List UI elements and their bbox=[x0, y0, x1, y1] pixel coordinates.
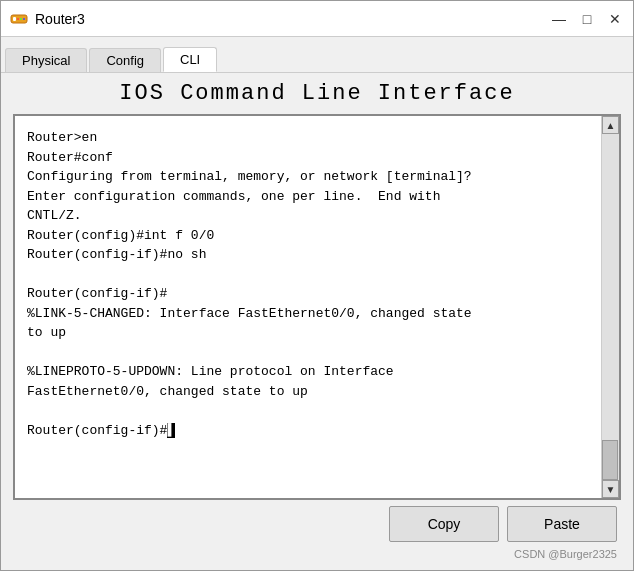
cli-scrollbar: ▲ ▼ bbox=[601, 116, 619, 498]
scrollbar-thumb[interactable] bbox=[602, 440, 618, 480]
button-row: Copy Paste bbox=[13, 500, 621, 546]
cli-text: Router>en Router#conf Configuring from t… bbox=[27, 130, 472, 438]
watermark: CSDN @Burger2325 bbox=[13, 546, 621, 562]
router-icon bbox=[9, 9, 29, 29]
svg-rect-3 bbox=[20, 18, 22, 20]
scrollbar-up-button[interactable]: ▲ bbox=[602, 116, 619, 134]
router-window: Router3 — □ ✕ Physical Config CLI IOS Co… bbox=[0, 0, 634, 571]
tab-config[interactable]: Config bbox=[89, 48, 161, 72]
scrollbar-down-button[interactable]: ▼ bbox=[602, 480, 619, 498]
cli-output[interactable]: Router>en Router#conf Configuring from t… bbox=[15, 116, 601, 498]
copy-button[interactable]: Copy bbox=[389, 506, 499, 542]
window-title: Router3 bbox=[35, 11, 549, 27]
svg-rect-2 bbox=[17, 18, 19, 20]
minimize-button[interactable]: — bbox=[549, 9, 569, 29]
scrollbar-track bbox=[602, 134, 619, 480]
close-button[interactable]: ✕ bbox=[605, 9, 625, 29]
cli-container: Router>en Router#conf Configuring from t… bbox=[13, 114, 621, 500]
title-bar: Router3 — □ ✕ bbox=[1, 1, 633, 37]
maximize-button[interactable]: □ bbox=[577, 9, 597, 29]
window-controls: — □ ✕ bbox=[549, 9, 625, 29]
content-area: IOS Command Line Interface Router>en Rou… bbox=[1, 73, 633, 570]
svg-rect-4 bbox=[23, 18, 25, 20]
page-title: IOS Command Line Interface bbox=[13, 81, 621, 106]
tab-bar: Physical Config CLI bbox=[1, 37, 633, 73]
tab-cli[interactable]: CLI bbox=[163, 47, 217, 72]
paste-button[interactable]: Paste bbox=[507, 506, 617, 542]
tab-physical[interactable]: Physical bbox=[5, 48, 87, 72]
svg-rect-1 bbox=[13, 17, 16, 21]
